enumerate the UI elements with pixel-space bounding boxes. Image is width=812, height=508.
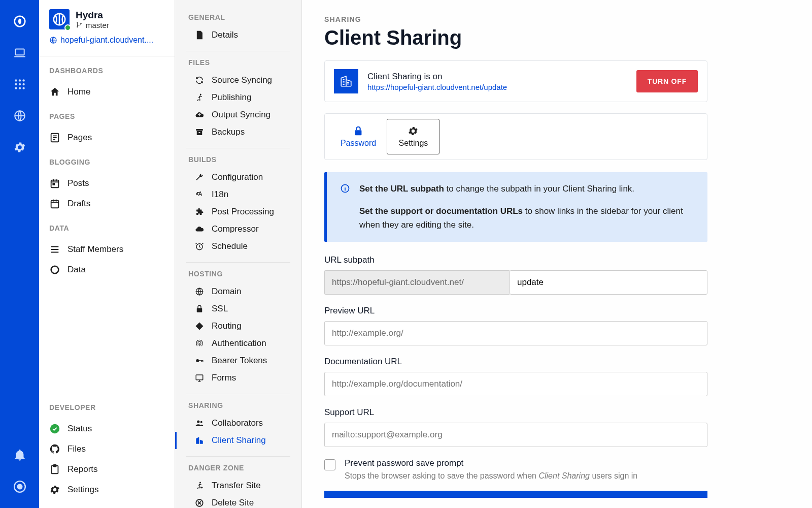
nav-client-sharing[interactable]: Client Sharing — [175, 432, 301, 449]
rail-bell-icon[interactable] — [10, 445, 30, 465]
svg-rect-27 — [53, 465, 56, 467]
site-url-link[interactable]: hopeful-giant.cloudvent.... — [49, 36, 164, 45]
svg-point-9 — [15, 87, 17, 89]
calendar-blank-icon — [49, 198, 60, 209]
tabs-panel: Password Settings — [324, 113, 707, 160]
sidebar-item-posts[interactable]: Posts — [49, 173, 164, 194]
rail-gear-icon[interactable] — [10, 137, 30, 157]
sidebar-item-label: Data — [67, 265, 86, 275]
archive-icon — [194, 127, 205, 137]
nav-output-syncing[interactable]: Output Syncing — [175, 106, 301, 123]
nav-label: Output Syncing — [212, 110, 270, 120]
sidebar-item-pages[interactable]: Pages — [49, 128, 164, 148]
alarm-icon — [194, 241, 205, 251]
svg-rect-44 — [355, 130, 362, 135]
nav-collaborators[interactable]: Collaborators — [175, 415, 301, 432]
svg-point-11 — [22, 87, 24, 89]
submit-button[interactable] — [324, 491, 707, 498]
support-url-input[interactable] — [324, 423, 707, 447]
rail-globe-icon[interactable] — [10, 106, 30, 126]
nav-details[interactable]: Details — [175, 26, 301, 44]
nav-bearer-tokens[interactable]: Bearer Tokens — [175, 352, 301, 369]
tab-password[interactable]: Password — [332, 119, 385, 154]
preview-url-input[interactable] — [324, 321, 707, 345]
nav-ssl[interactable]: SSL — [175, 300, 301, 318]
nav-routing[interactable]: Routing — [175, 318, 301, 335]
section-label: HOSTING — [175, 270, 301, 278]
building-icon — [194, 435, 205, 446]
nav-transfer-site[interactable]: Transfer Site — [175, 477, 301, 494]
nav-post-processing[interactable]: Post Processing — [175, 203, 301, 220]
sidebar-item-drafts[interactable]: Drafts — [49, 194, 164, 214]
svg-point-4 — [18, 79, 20, 81]
sidebar-item-staff[interactable]: Staff Members — [49, 239, 164, 260]
sync-icon — [194, 75, 205, 85]
svg-rect-30 — [197, 131, 202, 135]
section-label: DANGER ZONE — [175, 464, 301, 472]
sidebar-item-settings[interactable]: Settings — [49, 480, 164, 500]
gear-icon — [49, 484, 60, 495]
nav-backups[interactable]: Backups — [175, 123, 301, 141]
url-subpath-input[interactable] — [510, 270, 707, 295]
nav-label: Post Processing — [212, 207, 274, 217]
gear-icon — [408, 125, 419, 137]
nav-label: SSL — [212, 304, 228, 314]
sidebar-item-status[interactable]: Status — [49, 419, 164, 439]
site-avatar — [49, 9, 70, 29]
nav-forms[interactable]: Forms — [175, 369, 301, 387]
transfer-icon — [194, 481, 205, 491]
svg-rect-38 — [202, 360, 204, 362]
sidebar-item-files[interactable]: Files — [49, 439, 164, 459]
nav-label: Routing — [212, 321, 242, 331]
nav-authentication[interactable]: Authentication — [175, 335, 301, 352]
svg-point-35 — [196, 359, 199, 362]
site-branch[interactable]: master — [76, 21, 109, 29]
key-icon — [194, 356, 205, 366]
check-circle-icon — [49, 423, 60, 434]
fingerprint-icon — [194, 338, 205, 348]
prevent-save-checkbox[interactable] — [324, 459, 335, 470]
nav-delete-site[interactable]: Delete Site — [175, 494, 301, 508]
file-icon — [194, 30, 205, 40]
cloud-icon — [194, 224, 205, 234]
turn-off-button[interactable]: TURN OFF — [636, 70, 698, 92]
nav-schedule[interactable]: Schedule — [175, 238, 301, 255]
tab-settings[interactable]: Settings — [387, 119, 439, 154]
sidebar-item-data[interactable]: Data — [49, 260, 164, 280]
site-header: Hydra master hopeful-giant.cloudvent.... — [39, 0, 175, 49]
sidebar-item-label: Status — [67, 424, 92, 434]
field-label: Preview URL — [324, 306, 707, 316]
documentation-url-input[interactable] — [324, 372, 707, 396]
nav-publishing[interactable]: Publishing — [175, 89, 301, 106]
nav-i18n[interactable]: I18n — [175, 186, 301, 203]
svg-point-7 — [18, 83, 20, 85]
svg-point-8 — [22, 83, 24, 85]
sidebar-item-reports[interactable]: Reports — [49, 459, 164, 480]
rail-laptop-icon[interactable] — [10, 43, 30, 63]
status-line: Client Sharing is on — [367, 72, 507, 82]
rail-logo-icon[interactable] — [10, 11, 30, 31]
donut-icon — [49, 264, 60, 275]
sidebar-item-home[interactable]: Home — [49, 82, 164, 102]
rail-apps-icon[interactable] — [10, 74, 30, 94]
cloud-upload-icon — [194, 110, 205, 120]
status-url-link[interactable]: https://hopeful-giant.cloudvent.net/upda… — [367, 83, 507, 91]
svg-rect-2 — [15, 49, 24, 55]
nav-configuration[interactable]: Configuration — [175, 169, 301, 186]
section-label: DASHBOARDS — [49, 67, 164, 75]
rail-avatar-icon[interactable] — [10, 477, 30, 497]
nav-compressor[interactable]: Compressor — [175, 220, 301, 238]
nav-label: I18n — [212, 189, 228, 200]
nav-label: Client Sharing — [212, 435, 266, 446]
section-label: FILES — [175, 58, 301, 67]
nav-domain[interactable]: Domain — [175, 283, 301, 300]
sidebar-item-label: Drafts — [67, 199, 90, 209]
nav-label: Transfer Site — [212, 481, 261, 491]
nav-label: Schedule — [212, 241, 248, 251]
svg-rect-39 — [196, 375, 203, 380]
sidebar-item-label: Home — [67, 87, 90, 97]
section-label: SHARING — [175, 401, 301, 409]
nav-label: Backups — [212, 127, 245, 137]
field-documentation-url: Documentation URL — [324, 357, 707, 396]
nav-source-syncing[interactable]: Source Syncing — [175, 72, 301, 89]
